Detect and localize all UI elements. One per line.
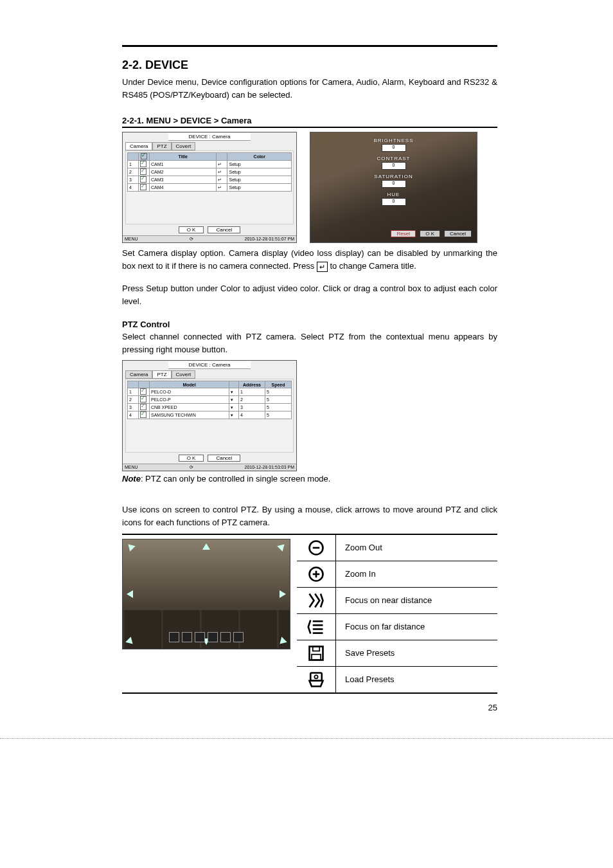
hue-slider[interactable]: 0 bbox=[382, 198, 406, 206]
intro-paragraph: Under Device menu, Device configuration … bbox=[122, 76, 497, 102]
svg-rect-1 bbox=[313, 547, 320, 548]
brightness-slider[interactable]: 0 bbox=[382, 144, 406, 152]
camera-paragraph-2: Press Setup button under Color to adjust… bbox=[122, 282, 497, 308]
zoom-in-icon bbox=[307, 565, 325, 583]
load-presets-icon bbox=[307, 671, 325, 689]
zoom-out-icon bbox=[307, 539, 325, 557]
camera-paragraph-1: Set Camera display option. Camera displa… bbox=[122, 247, 497, 273]
status-time: 2010-12-28 01:51:07 PM bbox=[245, 237, 294, 242]
ok-button[interactable]: O K bbox=[179, 455, 204, 462]
tab-covert[interactable]: Covert bbox=[172, 370, 196, 379]
arrow-up-icon[interactable] bbox=[202, 543, 210, 550]
save-presets-label: Save Presets bbox=[336, 648, 395, 658]
table-row: Zoom In bbox=[297, 561, 497, 587]
focus-near-icon bbox=[307, 592, 325, 610]
focus-far-label: Focus on far distance bbox=[336, 622, 425, 631]
color-adjust-screenshot: BRIGHTNESS 0 CONTRAST 0 SATURATION 0 HUE… bbox=[310, 132, 477, 243]
table-row: Focus on far distance bbox=[297, 613, 497, 640]
tab-ptz[interactable]: PTZ bbox=[152, 370, 171, 379]
use-icons-paragraph: Use icons on screen to control PTZ. By u… bbox=[122, 503, 497, 529]
arrow-nw-icon[interactable] bbox=[125, 541, 136, 552]
tab-camera[interactable]: Camera bbox=[125, 142, 152, 150]
arrow-left-icon[interactable] bbox=[127, 590, 133, 598]
section-title: 2-2. DEVICE bbox=[122, 59, 497, 72]
tab-covert[interactable]: Covert bbox=[172, 142, 196, 150]
svg-point-13 bbox=[314, 675, 317, 678]
contrast-label: CONTRAST bbox=[339, 156, 449, 161]
status-icons: ⟳ bbox=[190, 465, 193, 470]
ptz-dialog-screenshot: DEVICE : Camera Camera PTZ Covert Model … bbox=[122, 360, 297, 471]
arrow-ne-icon[interactable] bbox=[277, 541, 287, 552]
ok-button[interactable]: O K bbox=[420, 230, 440, 237]
focus-near-label: Focus on near distance bbox=[336, 595, 432, 605]
cancel-button[interactable]: Cancel bbox=[208, 455, 240, 462]
svg-rect-4 bbox=[315, 570, 317, 577]
saturation-slider[interactable]: 0 bbox=[382, 180, 406, 188]
tab-ptz[interactable]: PTZ bbox=[152, 142, 171, 150]
focus-far-icon bbox=[307, 618, 325, 636]
col-address: Address bbox=[239, 381, 265, 388]
zoom-out-label: Zoom Out bbox=[336, 543, 382, 552]
col-color: Color bbox=[227, 153, 292, 161]
reset-button[interactable]: Reset bbox=[391, 230, 416, 237]
enter-key-icon: ↵ bbox=[317, 262, 328, 272]
ok-button[interactable]: O K bbox=[179, 226, 204, 233]
svg-rect-12 bbox=[310, 673, 322, 680]
tab-camera[interactable]: Camera bbox=[125, 370, 152, 379]
ptz-heading: PTZ Control bbox=[122, 320, 497, 329]
ptz-table: Model Address Speed 1PELCO-D▾15 2PELCO-P… bbox=[127, 381, 292, 419]
cancel-button[interactable]: Cancel bbox=[444, 230, 472, 237]
ptz-control-screenshot bbox=[122, 539, 290, 649]
arrow-right-icon[interactable] bbox=[280, 590, 286, 598]
ptz-paragraph: Select channel connected with PTZ camera… bbox=[122, 330, 497, 356]
dialog-breadcrumb: DEVICE : Camera bbox=[168, 133, 251, 141]
arrow-sw-icon[interactable] bbox=[125, 637, 136, 647]
note-line: Note: PTZ can only be controlled in sing… bbox=[122, 473, 497, 485]
cancel-button[interactable]: Cancel bbox=[208, 226, 240, 233]
table-row: Zoom Out bbox=[297, 535, 497, 561]
status-icons: ⟳ bbox=[190, 237, 193, 242]
page-number: 25 bbox=[122, 703, 497, 712]
table-row: Save Presets bbox=[297, 640, 497, 666]
load-presets-label: Load Presets bbox=[336, 674, 395, 684]
col-model: Model bbox=[150, 381, 229, 388]
table-row: Load Presets bbox=[297, 666, 497, 692]
subsection-title: 2-2-1. MENU > DEVICE > Camera bbox=[122, 116, 497, 128]
col-title: Title bbox=[150, 153, 217, 161]
camera-dialog-screenshot: DEVICE : Camera Camera PTZ Covert Title … bbox=[122, 132, 297, 243]
save-presets-icon bbox=[307, 644, 325, 662]
contrast-slider[interactable]: 0 bbox=[382, 162, 406, 170]
camera-table: Title Color 1CAM1↵Setup 2CAM2↵Setup 3CAM… bbox=[127, 152, 292, 192]
dialog-breadcrumb: DEVICE : Camera bbox=[168, 361, 251, 369]
hue-label: HUE bbox=[339, 192, 449, 197]
saturation-label: SATURATION bbox=[339, 174, 449, 179]
col-speed: Speed bbox=[265, 381, 292, 388]
table-row: Focus on near distance bbox=[297, 587, 497, 613]
status-time: 2010-12-28 01:53:03 PM bbox=[245, 465, 294, 470]
arrow-se-icon[interactable] bbox=[277, 637, 287, 647]
menu-label[interactable]: MENU bbox=[125, 465, 138, 470]
ptz-function-bar[interactable] bbox=[169, 632, 244, 642]
brightness-label: BRIGHTNESS bbox=[339, 138, 449, 143]
menu-label[interactable]: MENU bbox=[125, 237, 138, 242]
zoom-in-label: Zoom In bbox=[336, 569, 376, 579]
